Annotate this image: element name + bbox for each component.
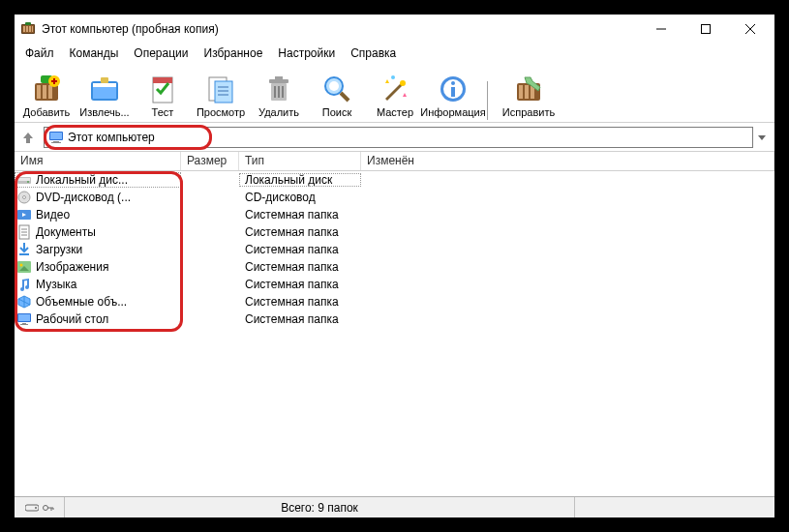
- status-total: Всего: 9 папок: [65, 497, 575, 517]
- svg-rect-12: [37, 85, 41, 99]
- menu-item[interactable]: Справка: [344, 44, 403, 62]
- item-type: Системная папка: [239, 278, 361, 291]
- video-icon: [16, 207, 32, 222]
- svg-rect-5: [32, 26, 33, 32]
- toolbar-label: Извлечь...: [79, 106, 129, 118]
- list-item[interactable]: МузыкаСистемная папка: [15, 276, 774, 293]
- svg-rect-72: [18, 314, 30, 321]
- minimize-button[interactable]: [639, 15, 683, 44]
- item-name: Изображения: [36, 260, 108, 274]
- item-type: Системная папка: [239, 225, 361, 239]
- item-type: Системная папка: [239, 295, 361, 309]
- svg-rect-31: [269, 79, 288, 83]
- list-item[interactable]: Локальный дис...Локальный диск: [15, 171, 774, 189]
- toolbar: ДобавитьИзвлечь...ТестПросмотрУдалитьПои…: [15, 63, 774, 123]
- svg-point-57: [23, 196, 26, 199]
- menu-item[interactable]: Настройки: [271, 44, 342, 62]
- file-list[interactable]: Локальный дис...Локальный дискDVD-дисков…: [15, 171, 774, 496]
- toolbar-delete-button[interactable]: Удалить: [251, 72, 307, 120]
- item-name: Документы: [36, 225, 96, 239]
- toolbar-add-button[interactable]: Добавить: [18, 72, 75, 120]
- svg-rect-8: [702, 25, 711, 34]
- svg-point-76: [35, 507, 37, 509]
- close-button[interactable]: [728, 15, 773, 44]
- svg-rect-51: [53, 141, 59, 142]
- toolbar-find-button[interactable]: Поиск: [309, 72, 365, 120]
- svg-rect-20: [93, 87, 116, 99]
- up-button[interactable]: [18, 128, 38, 147]
- address-dropdown-button[interactable]: [753, 133, 771, 142]
- status-right: [575, 497, 774, 517]
- list-item[interactable]: ИзображенияСистемная папка: [15, 258, 774, 276]
- svg-rect-44: [451, 87, 455, 97]
- svg-rect-3: [26, 26, 28, 32]
- maximize-button[interactable]: [683, 15, 728, 44]
- address-field[interactable]: Этот компьютер: [44, 127, 753, 148]
- svg-point-66: [20, 264, 23, 267]
- toolbar-wizard-button[interactable]: Мастер: [367, 72, 423, 120]
- item-name: Загрузки: [36, 243, 82, 256]
- list-item[interactable]: Рабочий столСистемная папка: [15, 310, 774, 328]
- menu-item[interactable]: Операции: [127, 44, 195, 62]
- toolbar-separator: [487, 81, 495, 120]
- extract-icon: [89, 74, 120, 104]
- item-name: Объемные объ...: [36, 295, 127, 309]
- item-name: DVD-дисковод (...: [36, 191, 131, 204]
- item-type: Системная папка: [239, 260, 361, 274]
- download-icon: [16, 242, 32, 257]
- window-title: Этот компьютер (пробная копия): [42, 22, 639, 36]
- list-item[interactable]: Объемные объ...Системная папка: [15, 293, 774, 310]
- info-icon: [438, 74, 469, 104]
- toolbar-label: Добавить: [23, 106, 71, 118]
- doc-icon: [16, 224, 32, 240]
- item-name: Музыка: [36, 278, 76, 291]
- item-name: Рабочий стол: [36, 312, 108, 326]
- toolbar-label: Поиск: [322, 106, 351, 118]
- music-icon: [16, 277, 32, 292]
- column-header-type[interactable]: Тип: [239, 152, 361, 170]
- list-item[interactable]: ВидеоСистемная папка: [15, 206, 774, 223]
- 3d-icon: [16, 294, 32, 310]
- toolbar-extract-button[interactable]: Извлечь...: [76, 72, 133, 120]
- svg-point-37: [329, 81, 339, 91]
- addressbar: Этот компьютер: [15, 123, 774, 152]
- item-name: Видео: [36, 208, 70, 222]
- svg-rect-54: [18, 178, 30, 181]
- svg-rect-14: [48, 85, 52, 99]
- column-header-size[interactable]: Размер: [181, 152, 239, 170]
- toolbar-label: Информация: [420, 106, 485, 118]
- svg-rect-74: [20, 324, 28, 325]
- svg-rect-21: [93, 83, 116, 87]
- list-item[interactable]: ДокументыСистемная папка: [15, 223, 774, 241]
- toolbar-view-button[interactable]: Просмотр: [193, 72, 249, 120]
- svg-line-38: [341, 93, 349, 101]
- cd-icon: [16, 190, 32, 205]
- pic-icon: [16, 259, 32, 275]
- toolbar-info-button[interactable]: Информация: [425, 72, 481, 120]
- column-header-modified[interactable]: Изменён: [361, 152, 774, 170]
- item-name: Локальный дис...: [36, 173, 128, 187]
- svg-point-39: [400, 80, 406, 86]
- svg-point-40: [391, 75, 395, 79]
- titlebar[interactable]: Этот компьютер (пробная копия): [15, 15, 774, 44]
- key-icon: [43, 503, 54, 513]
- wizard-icon: [379, 74, 410, 104]
- app-icon: [20, 21, 36, 37]
- column-headers: Имя Размер Тип Изменён: [15, 152, 774, 171]
- column-header-name[interactable]: Имя: [15, 152, 181, 170]
- menu-item[interactable]: Файл: [18, 44, 61, 62]
- toolbar-repair-button[interactable]: Исправить: [501, 72, 557, 120]
- address-text: Этот компьютер: [68, 131, 155, 144]
- menu-item[interactable]: Избранное: [197, 44, 270, 62]
- list-item[interactable]: DVD-дисковод (...CD-дисковод: [15, 189, 774, 206]
- svg-rect-4: [29, 26, 31, 32]
- list-item[interactable]: ЗагрузкиСистемная папка: [15, 241, 774, 258]
- svg-rect-46: [519, 85, 523, 99]
- toolbar-label: Мастер: [377, 106, 413, 118]
- toolbar-test-button[interactable]: Тест: [135, 72, 191, 120]
- toolbar-label: Тест: [152, 106, 174, 118]
- disk-icon: [25, 503, 39, 513]
- svg-rect-13: [43, 85, 46, 99]
- menu-item[interactable]: Команды: [63, 44, 126, 62]
- desktop-icon: [16, 311, 32, 327]
